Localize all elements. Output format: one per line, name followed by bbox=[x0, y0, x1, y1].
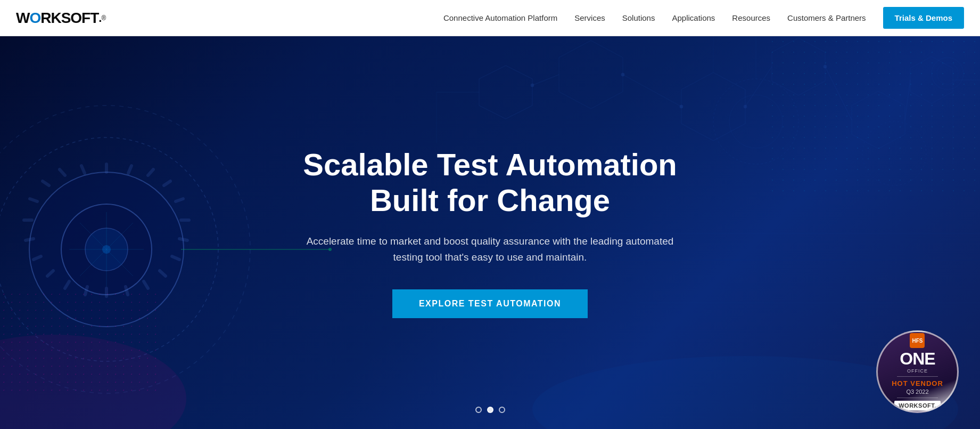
svg-marker-1 bbox=[559, 41, 623, 109]
magenta-dots-left bbox=[0, 290, 160, 397]
award-badge-container: HFS ONE office HOT VENDOR Q3 2022 WORKSO… bbox=[876, 330, 959, 413]
badge-hot-vendor-label: HOT VENDOR bbox=[892, 379, 943, 387]
svg-point-20 bbox=[744, 105, 747, 108]
svg-line-50 bbox=[65, 281, 69, 288]
svg-line-46 bbox=[144, 281, 148, 288]
hero-subtitle: Accelerate time to market and boost qual… bbox=[291, 233, 690, 266]
svg-point-35 bbox=[85, 228, 128, 271]
svg-line-53 bbox=[26, 239, 34, 240]
svg-line-58 bbox=[81, 166, 85, 173]
logo-trademark: ® bbox=[101, 14, 105, 22]
nav-applications[interactable]: Applications bbox=[665, 9, 721, 27]
award-badge: HFS ONE office HOT VENDOR Q3 2022 WORKSO… bbox=[876, 330, 959, 413]
svg-line-41 bbox=[176, 199, 183, 201]
svg-point-18 bbox=[621, 73, 624, 76]
svg-line-43 bbox=[179, 239, 187, 240]
slide-dot-2[interactable] bbox=[487, 407, 493, 413]
site-logo[interactable]: WORKSOFT.® bbox=[16, 10, 105, 27]
nav-services[interactable]: Services bbox=[568, 9, 612, 27]
svg-line-39 bbox=[148, 169, 153, 175]
explore-test-automation-button[interactable]: EXPLORE TEST AUTOMATION bbox=[392, 289, 588, 318]
svg-line-55 bbox=[30, 199, 37, 201]
svg-line-7 bbox=[623, 75, 681, 107]
badge-divider-2 bbox=[897, 398, 938, 398]
svg-line-57 bbox=[60, 169, 65, 175]
svg-line-61 bbox=[80, 223, 133, 276]
badge-hfs-logo: HFS bbox=[910, 333, 925, 348]
hero-content: Scalable Test Automation Built for Chang… bbox=[291, 147, 690, 318]
nav-connective-automation[interactable]: Connective Automation Platform bbox=[437, 9, 564, 27]
slide-dot-3[interactable] bbox=[499, 407, 505, 413]
badge-one-label: ONE bbox=[900, 350, 935, 367]
svg-line-38 bbox=[128, 166, 131, 173]
hero-title-line2: Built for Change bbox=[370, 183, 610, 217]
logo-text: WORKSOFT bbox=[16, 10, 98, 27]
hero-title: Scalable Test Automation Built for Chang… bbox=[291, 147, 690, 218]
svg-point-19 bbox=[680, 105, 683, 108]
svg-line-52 bbox=[34, 256, 41, 260]
svg-marker-0 bbox=[479, 66, 532, 119]
svg-point-17 bbox=[531, 84, 534, 87]
hero-section: Scalable Test Automation Built for Chang… bbox=[0, 36, 980, 429]
svg-line-45 bbox=[160, 271, 166, 276]
nav-resources[interactable]: Resources bbox=[726, 9, 777, 27]
main-nav: Connective Automation Platform Services … bbox=[437, 7, 964, 29]
nav-solutions[interactable]: Solutions bbox=[616, 9, 662, 27]
badge-divider bbox=[897, 376, 938, 377]
hero-title-line1: Scalable Test Automation bbox=[303, 147, 677, 182]
trials-demos-button[interactable]: Trials & Demos bbox=[883, 7, 964, 29]
svg-point-36 bbox=[102, 245, 111, 254]
slide-dot-1[interactable] bbox=[475, 407, 482, 413]
svg-line-56 bbox=[43, 181, 49, 185]
svg-line-40 bbox=[164, 181, 170, 185]
badge-office-label: office bbox=[907, 368, 928, 374]
svg-marker-2 bbox=[681, 72, 745, 141]
svg-line-6 bbox=[532, 75, 559, 85]
svg-point-34 bbox=[61, 204, 152, 295]
nav-customers-partners[interactable]: Customers & Partners bbox=[781, 9, 872, 27]
svg-line-44 bbox=[172, 256, 179, 260]
svg-line-51 bbox=[47, 271, 53, 276]
badge-inner: HFS ONE office HOT VENDOR Q3 2022 WORKSO… bbox=[886, 330, 949, 413]
svg-line-62 bbox=[80, 223, 133, 276]
badge-brand-logo: WORKSOFT. bbox=[894, 401, 941, 410]
slide-indicators bbox=[475, 407, 505, 413]
site-header: WORKSOFT.® Connective Automation Platfor… bbox=[0, 0, 980, 36]
dot-pattern-right bbox=[767, 36, 980, 196]
badge-quarter-label: Q3 2022 bbox=[906, 388, 928, 395]
